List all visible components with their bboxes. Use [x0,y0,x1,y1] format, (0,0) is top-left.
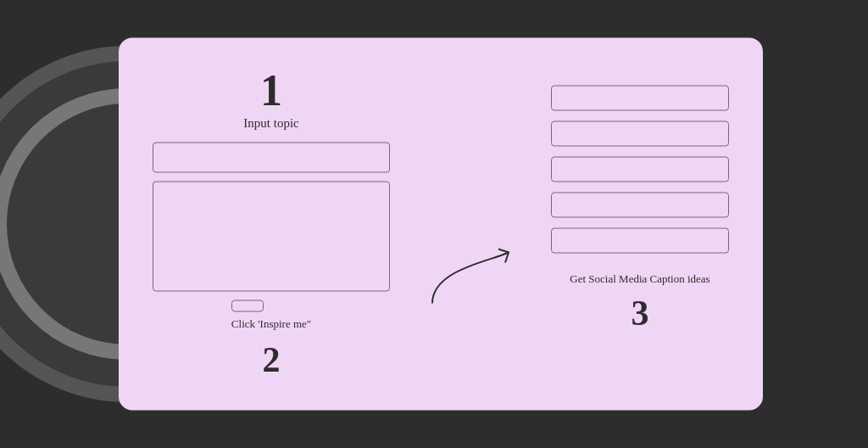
main-card: 1 Input topic Click 'Inspire me" 2 [119,38,763,411]
inspire-button[interactable] [231,300,264,312]
step2-label: Click 'Inspire me" [231,317,311,331]
step2-number: 2 [262,339,280,380]
step1-label: Input topic [243,116,298,131]
output-line-5 [551,228,729,254]
output-line-3 [551,157,729,182]
input-area [153,143,390,292]
step3-label: Get Social Media Caption ideas [570,272,709,286]
arrow-area [424,69,517,380]
topic-input[interactable] [153,143,390,173]
output-line-1 [551,86,729,111]
button-row: Click 'Inspire me" 2 [231,300,311,380]
right-bottom: Get Social Media Caption ideas 3 [551,272,729,333]
step3-number: 3 [632,293,649,333]
step1-number: 1 [260,69,282,113]
output-line-2 [551,121,729,147]
right-section: Get Social Media Caption ideas 3 [551,69,729,380]
left-section: 1 Input topic Click 'Inspire me" 2 [153,69,390,380]
arrow-icon [424,244,517,312]
output-lines [551,86,729,254]
output-line-4 [551,193,729,218]
topic-textarea[interactable] [153,182,390,292]
